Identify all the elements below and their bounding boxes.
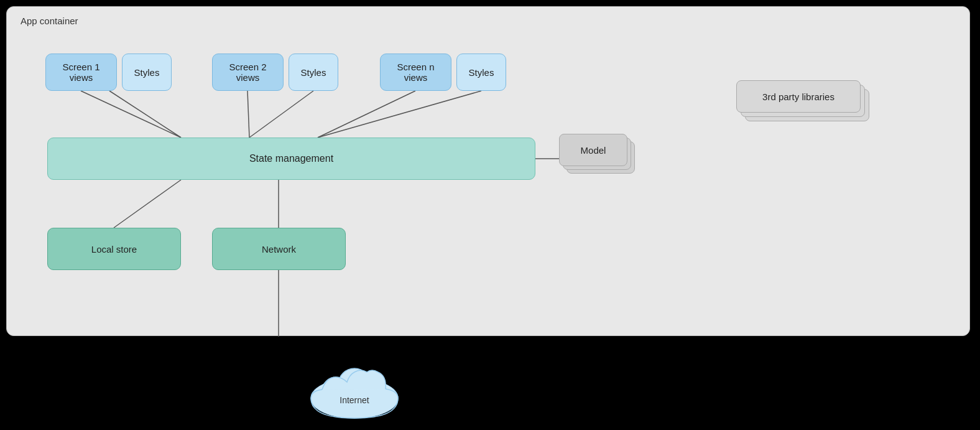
svg-line-5: [318, 91, 481, 138]
thirdparty-label: 3rd party libraries: [762, 91, 834, 102]
internet-cloud-svg: Internet: [298, 355, 410, 423]
screen2-label: Screen 2 views: [229, 62, 266, 83]
thirdparty-box-front: 3rd party libraries: [736, 80, 861, 113]
svg-line-0: [81, 91, 181, 138]
styles1-box: Styles: [122, 54, 172, 91]
state-management-label: State management: [249, 153, 333, 164]
svg-line-7: [114, 180, 181, 228]
state-management-box: State management: [47, 138, 535, 180]
svg-line-1: [247, 91, 249, 138]
styles2-box: Styles: [289, 54, 338, 91]
network-box: Network: [212, 228, 346, 270]
stylesn-label: Styles: [469, 67, 494, 78]
stylesn-box: Styles: [456, 54, 506, 91]
app-container: App container Screen 1 views Styles Scre…: [6, 6, 970, 336]
local-store-label: Local store: [91, 244, 137, 255]
svg-line-3: [249, 91, 313, 138]
internet-label: Internet: [340, 395, 369, 405]
app-container-label: App container: [21, 16, 78, 26]
svg-line-2: [109, 91, 181, 138]
local-store-box: Local store: [47, 228, 181, 270]
model-label: Model: [581, 145, 606, 156]
network-label: Network: [262, 244, 296, 255]
screenn-views-box: Screen n views: [380, 54, 451, 91]
screen2-views-box: Screen 2 views: [212, 54, 284, 91]
screenn-label: Screen n views: [397, 62, 434, 83]
svg-line-4: [318, 91, 415, 138]
styles2-label: Styles: [301, 67, 326, 78]
model-box-front: Model: [559, 134, 627, 166]
screen1-views-box: Screen 1 views: [45, 54, 117, 91]
cloud-shape: [311, 368, 398, 418]
screen1-label: Screen 1 views: [62, 62, 99, 83]
styles1-label: Styles: [134, 67, 160, 78]
